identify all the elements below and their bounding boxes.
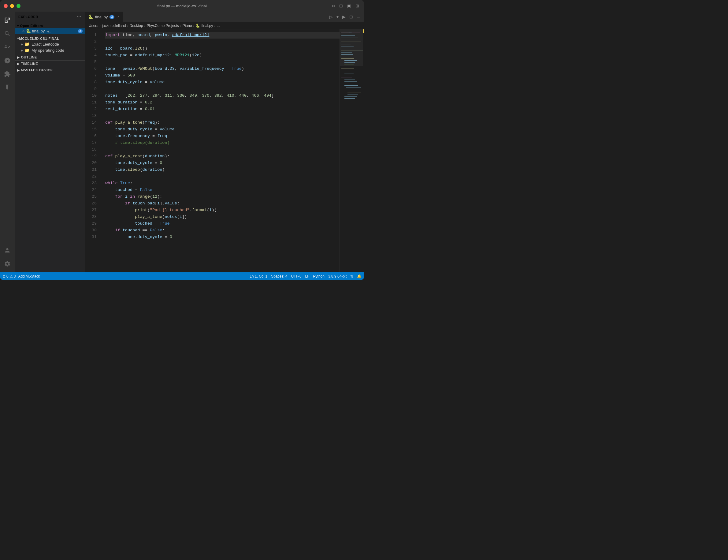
open-editor-item[interactable]: ✕ 🐍 final.py ~/... 3 <box>15 28 85 34</box>
code-line <box>105 113 340 119</box>
tab-actions: ▷ ▾ ▶ ⊡ ··· <box>326 12 364 22</box>
code-line: i2c = board.I2C() <box>105 45 340 52</box>
activity-settings[interactable] <box>1 258 13 270</box>
sidebar-more-button[interactable]: ··· <box>77 14 81 20</box>
activity-search[interactable] <box>1 28 13 40</box>
split-editor-button[interactable]: ⊡ <box>348 14 354 20</box>
svg-rect-16 <box>345 71 354 71</box>
m5stack-toggle[interactable]: ▶ M5Stack Device <box>15 67 85 73</box>
code-line: if touched == False: <box>105 227 340 234</box>
layout-icon-2[interactable]: ⊡ <box>338 3 344 9</box>
svg-rect-14 <box>345 65 354 65</box>
minimize-button[interactable] <box>10 4 14 8</box>
close-button[interactable] <box>4 4 8 8</box>
code-line <box>105 39 340 45</box>
svg-rect-18 <box>342 77 352 77</box>
status-add-m5stack[interactable]: Add M5Stack <box>18 274 40 278</box>
open-editor-filename: final.py ~/... <box>32 29 53 33</box>
status-spaces[interactable]: Spaces: 4 <box>271 274 287 278</box>
open-editors-label: Open Editors <box>20 24 43 28</box>
minimap <box>340 29 364 272</box>
editor-tab-final-py[interactable]: 🐍 final.py 3 × <box>85 12 123 22</box>
status-version[interactable]: 3.8.9 64-bit <box>328 274 347 278</box>
breadcrumb-user[interactable]: jackmcclelland <box>102 24 126 28</box>
svg-rect-4 <box>342 38 358 38</box>
svg-rect-17 <box>345 73 354 73</box>
outline-toggle[interactable]: ▶ Outline <box>15 54 85 60</box>
folder-name-1: Exact Leetcode <box>32 42 59 47</box>
svg-rect-12 <box>345 60 357 61</box>
code-line: tone.duty_cycle = 0 <box>105 160 340 166</box>
traffic-lights <box>4 4 21 8</box>
status-bell-icon[interactable]: 🔔 <box>357 274 362 278</box>
warning-icon: ⚠ <box>9 274 13 278</box>
code-line: touched = True <box>105 220 340 227</box>
folder-chevron-1: ▶ <box>21 43 23 46</box>
breadcrumb-file[interactable]: final.py <box>201 24 213 28</box>
activity-flask[interactable] <box>1 81 13 94</box>
tab-python-icon: 🐍 <box>88 14 93 19</box>
code-line: play_a_tone(notes[i]) <box>105 214 340 220</box>
status-right: Ln 1, Col 1 Spaces: 4 UTF-8 LF Python 3.… <box>250 274 362 278</box>
status-ln-col[interactable]: Ln 1, Col 1 <box>250 274 267 278</box>
code-line: touch_pad = adafruit_mpr121.MPR121(i2c) <box>105 52 340 59</box>
maximize-button[interactable] <box>17 4 21 8</box>
activity-explorer[interactable] <box>1 14 13 26</box>
tab-filename: final.py <box>95 15 108 19</box>
status-left: ⊘ 0 ⚠ 3 Add M5Stack <box>2 274 40 278</box>
m5stack-chevron: ▶ <box>17 69 20 72</box>
status-errors[interactable]: ⊘ 0 ⚠ 3 <box>2 274 16 278</box>
svg-rect-11 <box>342 58 354 59</box>
outline-section: ▶ Outline <box>15 54 85 60</box>
folder-icon-2: 📁 <box>24 48 30 53</box>
outline-chevron: ▶ <box>17 56 20 59</box>
code-editor[interactable]: 1 2 3 4 5 6 7 8 9 10 11 12 13 14 15 16 1… <box>85 29 364 272</box>
activity-source-control[interactable] <box>1 41 13 53</box>
open-editors-toggle[interactable]: ▾ Open Editors <box>15 23 85 28</box>
activity-bar <box>0 12 15 272</box>
svg-rect-25 <box>348 94 358 95</box>
status-encoding[interactable]: UTF-8 <box>291 274 302 278</box>
code-line[interactable]: import time, board, pwmio, adafruit_mpr1… <box>105 32 340 39</box>
folder-name-2: My operating code <box>32 48 64 53</box>
code-line: tone.duty_cycle = volume <box>105 126 340 133</box>
breadcrumb-physcomp[interactable]: PhysComp Projects <box>147 24 179 28</box>
run-dropdown-button[interactable]: ▾ <box>335 14 340 20</box>
code-line: for i in range(12): <box>105 193 340 200</box>
breadcrumb-desktop[interactable]: Desktop <box>129 24 143 28</box>
project-folder-toggle[interactable]: ▾ MCCLELJD-CS1-FINAL <box>15 36 85 41</box>
folder-exact-leetcode[interactable]: ▶ 📁 Exact Leetcode <box>15 41 85 47</box>
activity-run[interactable] <box>1 54 13 67</box>
svg-rect-9 <box>342 52 352 53</box>
breadcrumb-users[interactable]: Users <box>89 24 98 28</box>
run-button[interactable]: ▷ <box>328 14 334 20</box>
layout-icon-1[interactable]: ▪▪ <box>331 3 336 9</box>
breadcrumb-more[interactable]: ... <box>217 24 220 28</box>
tab-close-button[interactable]: × <box>118 15 120 19</box>
close-file-icon[interactable]: ✕ <box>22 29 25 33</box>
debug-run-button[interactable]: ▶ <box>341 14 347 20</box>
code-line: def play_a_rest(duration): <box>105 153 340 160</box>
svg-rect-15 <box>342 69 354 69</box>
status-language[interactable]: Python <box>313 274 325 278</box>
m5stack-section: ▶ M5Stack Device <box>15 67 85 73</box>
code-line: tone = pwmio.PWMOut(board.D3, variable_f… <box>105 65 340 72</box>
code-content[interactable]: import time, board, pwmio, adafruit_mpr1… <box>100 29 340 272</box>
titlebar-right-controls: ▪▪ ⊡ ▣ ⊞ <box>331 3 360 9</box>
code-line: tone.duty_cycle = volume <box>105 79 340 86</box>
code-line: print("Pad {} touched".format(i)) <box>105 207 340 214</box>
svg-rect-10 <box>342 54 353 55</box>
sidebar: Explorer ··· ▾ Open Editors ✕ 🐍 final.py… <box>15 12 85 272</box>
status-line-ending[interactable]: LF <box>305 274 310 278</box>
timeline-toggle[interactable]: ▶ Timeline <box>15 61 85 67</box>
activity-extensions[interactable] <box>1 68 13 80</box>
breadcrumb-piano[interactable]: Piano <box>183 24 192 28</box>
status-sync-icon[interactable]: ⇅ <box>350 274 353 278</box>
error-icon: ⊘ <box>2 274 6 278</box>
folder-my-operating-code[interactable]: ▶ 📁 My operating code <box>15 47 85 53</box>
activity-account[interactable] <box>1 244 13 256</box>
python-file-icon: 🐍 <box>26 29 31 33</box>
layout-icon-3[interactable]: ▣ <box>346 3 353 9</box>
layout-icon-4[interactable]: ⊞ <box>354 3 360 9</box>
more-actions-button[interactable]: ··· <box>356 14 362 20</box>
